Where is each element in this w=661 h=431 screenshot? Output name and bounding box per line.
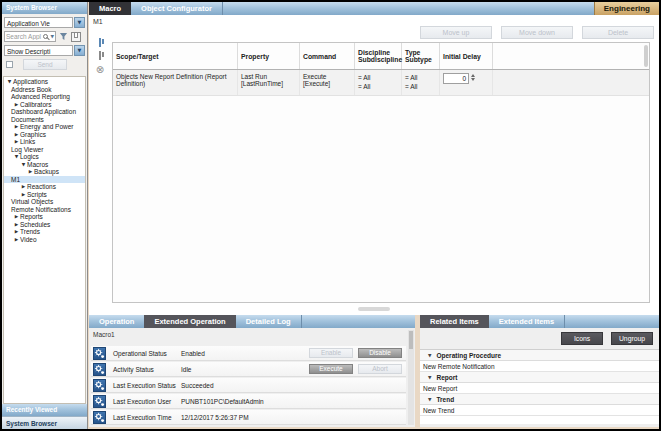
- tab-extended-items[interactable]: Extended Items: [489, 315, 565, 328]
- cell-scope-target[interactable]: Objects New Report Definition (Report De…: [113, 70, 238, 95]
- tab-related-items[interactable]: Related Items: [420, 315, 489, 328]
- table-vertical-scrollbar[interactable]: [644, 45, 648, 67]
- tree-item-dashboard-application[interactable]: Dashboard Application: [4, 108, 85, 116]
- view-selector-dropdown-icon[interactable]: ▼: [74, 17, 85, 28]
- group-report[interactable]: ▼Report: [420, 372, 659, 383]
- spinner-arrows[interactable]: [471, 74, 475, 81]
- group-trend[interactable]: ▼Trend: [420, 394, 659, 405]
- icons-button[interactable]: Icons: [561, 332, 603, 345]
- chevron-right-icon[interactable]: ▶: [13, 101, 20, 109]
- operation-vertical-scrollbar[interactable]: [408, 330, 414, 425]
- tree-item-address-book[interactable]: Address Book: [4, 86, 85, 94]
- table-header-row: Scope/Target Property Command Discipline…: [113, 43, 649, 70]
- table-horizontal-scrollbar[interactable]: [358, 307, 390, 311]
- save-icon[interactable]: [99, 39, 101, 46]
- cell-type[interactable]: = All = All: [402, 70, 440, 95]
- table-row[interactable]: Objects New Report Definition (Report De…: [113, 70, 649, 96]
- view-selector[interactable]: Application Vie: [4, 17, 73, 28]
- chevron-down-icon[interactable]: ▼: [13, 153, 20, 161]
- chevron-right-icon[interactable]: ▶: [13, 123, 20, 131]
- tree-item-documents[interactable]: Documents: [4, 116, 85, 124]
- engineering-mode-button[interactable]: Engineering: [594, 2, 659, 15]
- save-filter-icon[interactable]: [71, 32, 81, 42]
- ungroup-button[interactable]: Ungroup: [611, 332, 653, 345]
- tree-item-reports[interactable]: ▶Reports: [4, 213, 85, 221]
- filter-icon[interactable]: [59, 32, 68, 41]
- chevron-right-icon[interactable]: ▶: [13, 138, 20, 146]
- tree-item-applications[interactable]: ▼Applications: [4, 78, 85, 86]
- column-property[interactable]: Property: [238, 43, 300, 69]
- chevron-down-icon[interactable]: ▼: [428, 353, 431, 358]
- column-initial-delay[interactable]: Initial Delay: [440, 43, 493, 69]
- chevron-right-icon[interactable]: ▶: [13, 236, 20, 244]
- tree-item-log-viewer[interactable]: Log Viewer: [4, 146, 85, 154]
- system-browser-bottom-tab[interactable]: System Browser: [2, 416, 87, 429]
- tree-item-graphics[interactable]: ▶Graphics: [4, 131, 85, 139]
- group-operating-procedure[interactable]: ▼Operating Procedure: [420, 350, 659, 361]
- chevron-down-icon[interactable]: ▼: [6, 78, 13, 86]
- tree-item-macros[interactable]: ▼Macros: [4, 161, 85, 169]
- tree-item-energy-and-power[interactable]: ▶Energy and Power: [4, 123, 85, 131]
- tree-item-trends[interactable]: ▶Trends: [4, 228, 85, 236]
- tab-object-configurator[interactable]: Object Configurator: [131, 2, 223, 15]
- tab-extended-operation[interactable]: Extended Operation: [144, 315, 235, 328]
- system-browser-header: System Browser: [2, 2, 87, 14]
- tree-item-video[interactable]: ▶Video: [4, 236, 85, 244]
- chevron-down-icon[interactable]: ▼: [428, 397, 431, 402]
- tree-item-m1-selected[interactable]: M1: [4, 176, 85, 184]
- list-item[interactable]: New Remote Notification: [420, 361, 659, 372]
- macro-steps-table: Scope/Target Property Command Discipline…: [112, 42, 650, 303]
- delete-button[interactable]: Delete: [582, 26, 654, 39]
- search-dropdown-icon[interactable]: ▼: [51, 34, 54, 39]
- tree-item-backups[interactable]: ▶Backups: [4, 168, 85, 176]
- enable-button[interactable]: Enable: [309, 348, 353, 358]
- chevron-right-icon[interactable]: ▶: [13, 213, 20, 221]
- chevron-right-icon[interactable]: ▶: [13, 221, 20, 229]
- show-description-dropdown-icon[interactable]: ▼: [74, 45, 85, 56]
- macro-object-name: M1: [93, 18, 103, 25]
- column-scope-target[interactable]: Scope/Target: [113, 43, 238, 69]
- save-as-icon[interactable]: [99, 52, 101, 59]
- chevron-right-icon[interactable]: ▶: [13, 131, 20, 139]
- send-button[interactable]: Send: [23, 59, 67, 70]
- tree-item-virtual-objects[interactable]: Virtual Objects: [4, 198, 85, 206]
- move-up-button[interactable]: Move up: [420, 26, 492, 39]
- tree-item-links[interactable]: ▶Links: [4, 138, 85, 146]
- tab-macro[interactable]: Macro: [89, 2, 131, 15]
- tree-item-schedules[interactable]: ▶Schedules: [4, 221, 85, 229]
- list-item[interactable]: New Trend: [420, 405, 659, 416]
- abort-button[interactable]: Abort: [358, 364, 402, 374]
- tree-item-advanced-reporting[interactable]: Advanced Reporting: [4, 93, 85, 101]
- move-down-button[interactable]: Move down: [501, 26, 573, 39]
- cell-discipline[interactable]: = All = All: [355, 70, 402, 95]
- chevron-down-icon[interactable]: ▼: [20, 161, 27, 169]
- macro-gear-icon: [93, 411, 106, 424]
- tree-item-reactions[interactable]: ▶Reactions: [4, 183, 85, 191]
- tree-item-remote-notifications[interactable]: Remote Notifications: [4, 206, 85, 214]
- tab-detailed-log[interactable]: Detailed Log: [236, 315, 302, 328]
- search-input[interactable]: Search Appl ▼: [4, 31, 56, 42]
- show-description-selector[interactable]: Show Descripti: [4, 45, 73, 56]
- disable-button[interactable]: Disable: [358, 348, 402, 358]
- chevron-right-icon[interactable]: ▶: [20, 191, 27, 199]
- chevron-right-icon[interactable]: ▶: [27, 168, 34, 176]
- cell-command[interactable]: Execute [Execute]: [300, 70, 355, 95]
- chevron-down-icon[interactable]: ▼: [428, 375, 431, 380]
- recently-viewed-bar[interactable]: Recently Viewed: [2, 404, 87, 416]
- discard-icon[interactable]: ⊗: [96, 65, 104, 75]
- send-checkbox[interactable]: [6, 61, 13, 68]
- list-item[interactable]: New Report: [420, 383, 659, 394]
- execute-button[interactable]: Execute: [309, 364, 353, 374]
- tree-item-scripts[interactable]: ▶Scripts: [4, 191, 85, 199]
- column-type[interactable]: TypeSubtype: [402, 43, 440, 69]
- chevron-right-icon[interactable]: ▶: [20, 183, 27, 191]
- search-icon: [43, 34, 48, 39]
- column-discipline[interactable]: DisciplineSubdiscipline: [355, 43, 402, 69]
- column-command[interactable]: Command: [300, 43, 355, 69]
- tree-item-logics[interactable]: ▼Logics: [4, 153, 85, 161]
- initial-delay-input[interactable]: 0: [443, 73, 469, 84]
- tab-operation[interactable]: Operation: [89, 315, 144, 328]
- cell-property[interactable]: Last Run [LastRunTime]: [238, 70, 300, 95]
- tree-item-calibrators[interactable]: ▶Calibrators: [4, 101, 85, 109]
- chevron-right-icon[interactable]: ▶: [13, 228, 20, 236]
